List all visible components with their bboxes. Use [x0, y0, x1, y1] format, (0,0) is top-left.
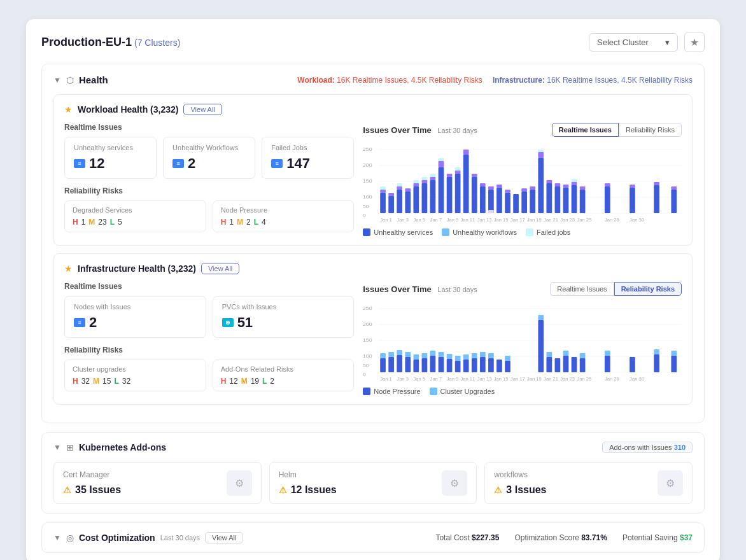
- reliability-risks-tab[interactable]: Reliability Risks: [619, 123, 682, 137]
- page-title: Production-EU-1(7 Clusters): [41, 36, 180, 49]
- svg-rect-139: [555, 358, 561, 372]
- realtime-issues-tab[interactable]: Realtime Issues: [552, 123, 619, 137]
- svg-text:Jan 23: Jan 23: [560, 376, 575, 382]
- svg-text:Jan 5: Jan 5: [414, 217, 426, 223]
- svg-rect-132: [496, 360, 502, 372]
- svg-rect-25: [422, 180, 428, 183]
- workload-view-all-button[interactable]: View All: [183, 104, 222, 115]
- infra-chart-period: Last 30 days: [437, 286, 477, 293]
- svg-rect-125: [463, 354, 469, 360]
- svg-text:Jan 3: Jan 3: [397, 376, 409, 382]
- svg-rect-62: [555, 183, 561, 186]
- svg-rect-50: [505, 190, 510, 193]
- svg-rect-105: [380, 353, 386, 358]
- svg-rect-30: [439, 167, 444, 213]
- services-icon: ≡: [74, 159, 85, 168]
- infra-realtime-issues-tab[interactable]: Realtime Issues: [550, 282, 614, 296]
- svg-rect-126: [472, 358, 477, 372]
- svg-rect-68: [580, 190, 586, 213]
- cluster-upgrades-label: Cluster upgrades: [73, 365, 198, 373]
- infra-reliability-risks-tab[interactable]: Reliability Risks: [614, 282, 682, 296]
- legend-failed-jobs-dot: [526, 228, 533, 236]
- unhealthy-services-label: Unhealthy services: [74, 144, 147, 151]
- svg-rect-142: [572, 357, 577, 372]
- cost-view-all-button[interactable]: View All: [205, 532, 243, 543]
- addons-title: Kubernetes Add-ons: [79, 442, 166, 452]
- legend-unhealthy-services-dot: [363, 228, 370, 236]
- collapse-icon[interactable]: ▼: [53, 76, 61, 85]
- svg-text:0: 0: [363, 212, 366, 218]
- addons-risks-card: Add-Ons Related Risks H 12 M 19 L 2: [213, 360, 355, 391]
- degraded-services-card: Degraded Services H 1 M 23 L 5: [64, 200, 206, 232]
- svg-text:200: 200: [363, 162, 372, 168]
- workflows-card: workflows ⚠ 3 Issues ⚙: [484, 462, 693, 504]
- workload-metric-cards: Unhealthy services ≡ 12 Unhealthy Workfl…: [64, 137, 354, 179]
- failed-jobs-value: 147: [286, 155, 310, 172]
- cost-metrics: Total Cost $227.35 Optimization Score 83…: [435, 533, 693, 542]
- svg-rect-18: [397, 183, 403, 186]
- cert-manager-name: Cert Manager: [63, 470, 121, 479]
- svg-rect-40: [472, 177, 477, 213]
- svg-text:Jan 15: Jan 15: [494, 376, 509, 382]
- infra-view-all-button[interactable]: View All: [201, 263, 239, 274]
- degraded-services-label: Degraded Services: [73, 206, 198, 214]
- addons-collapse-icon[interactable]: ▼: [53, 443, 61, 452]
- svg-rect-111: [405, 352, 411, 357]
- addons-icon: ⊞: [66, 442, 74, 452]
- favorite-button[interactable]: ★: [684, 32, 705, 52]
- unhealthy-workflows-card: Unhealthy Workflows ≡ 2: [163, 137, 255, 179]
- svg-rect-129: [480, 352, 486, 357]
- svg-rect-114: [422, 358, 428, 372]
- opt-score-label: Optimization Score: [514, 533, 579, 542]
- legend-unhealthy-workflows-dot: [442, 228, 449, 236]
- svg-text:Jan 23: Jan 23: [560, 217, 575, 223]
- legend-unhealthy-services-label: Unhealthy services: [374, 228, 433, 236]
- health-title: Health: [79, 74, 108, 85]
- cost-icon: ◎: [66, 533, 74, 543]
- workload-health-title: Workload Health (3,232): [78, 104, 178, 115]
- total-cost-label: Total Cost: [435, 533, 469, 542]
- svg-text:Jan 30: Jan 30: [630, 376, 644, 382]
- workflows-icon: ≡: [172, 159, 184, 168]
- select-cluster-dropdown[interactable]: Select Cluster ▾: [589, 33, 678, 52]
- svg-rect-148: [654, 354, 659, 372]
- workflows-issues: 3 Issues: [506, 484, 546, 496]
- svg-rect-137: [547, 357, 552, 372]
- cost-collapse-icon[interactable]: ▼: [53, 533, 61, 542]
- svg-rect-123: [455, 356, 461, 361]
- svg-rect-66: [572, 182, 577, 185]
- svg-rect-107: [389, 352, 395, 357]
- star-icon: ★: [64, 104, 73, 115]
- workload-chart-title: Issues Over Time: [363, 125, 431, 135]
- svg-rect-39: [463, 150, 469, 155]
- infra-alert-label: Infrastructure:: [493, 76, 545, 85]
- infra-chart-legend: Node Pressure Cluster Upgrades: [363, 388, 682, 395]
- cert-manager-card: Cert Manager ⚠ 35 Issues ⚙: [53, 462, 262, 504]
- svg-text:Jan 17: Jan 17: [510, 217, 525, 223]
- addons-count-badge: Add-ons with Issues 310: [602, 442, 693, 453]
- legend-failed-jobs-label: Failed jobs: [537, 228, 570, 236]
- nodes-label: Nodes with Issues: [74, 303, 197, 311]
- svg-rect-92: [672, 186, 677, 190]
- svg-rect-27: [430, 180, 436, 213]
- svg-text:250: 250: [363, 146, 372, 152]
- legend-cluster-upgrades-dot: [430, 388, 437, 395]
- svg-rect-17: [397, 186, 403, 190]
- svg-rect-147: [630, 357, 635, 372]
- svg-text:50: 50: [363, 362, 369, 368]
- nodes-value: 2: [89, 314, 97, 331]
- svg-rect-145: [605, 356, 610, 372]
- svg-rect-35: [455, 174, 461, 213]
- svg-rect-112: [414, 360, 419, 372]
- svg-rect-11: [380, 193, 386, 213]
- svg-rect-108: [397, 355, 403, 372]
- svg-rect-144: [580, 353, 586, 358]
- potential-saving-label: Potential Saving: [623, 533, 678, 542]
- unhealthy-workflows-value: 2: [188, 155, 195, 172]
- unhealthy-services-value: 12: [89, 155, 104, 172]
- svg-rect-51: [513, 194, 519, 213]
- svg-text:Jan 9: Jan 9: [447, 217, 459, 223]
- svg-text:Jan 21: Jan 21: [544, 217, 558, 223]
- svg-rect-15: [389, 193, 395, 196]
- svg-rect-43: [480, 183, 486, 186]
